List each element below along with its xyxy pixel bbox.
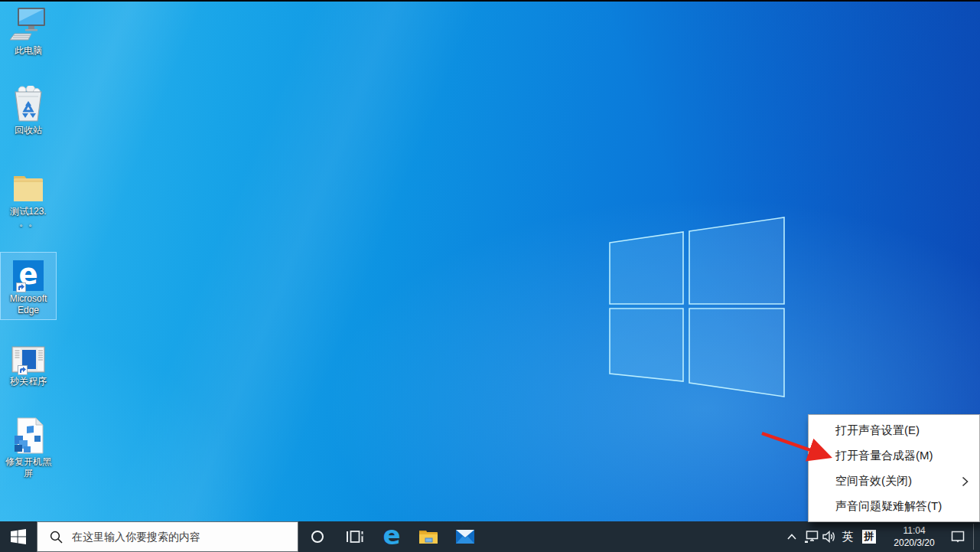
recycle-bin-icon: [11, 86, 45, 122]
shortcut-arrow-icon: [16, 283, 26, 292]
network-tray-button[interactable]: [802, 521, 820, 552]
clock-date: 2020/3/20: [882, 537, 946, 549]
desktop-icon-label-line2: Edge: [18, 305, 39, 316]
mail-icon: [455, 529, 475, 544]
desktop-icon-label: 此电脑: [15, 45, 42, 57]
desktop-icon-quick-close-program[interactable]: 秒关程序: [1, 337, 56, 387]
clock-time: 11:04: [882, 524, 946, 537]
chevron-up-icon: [787, 534, 796, 540]
volume-context-menu: 打开声音设置(E) 打开音量合成器(M) 空间音效(关闭) 声音问题疑难解答(T…: [808, 414, 980, 522]
windows-start-icon: [11, 529, 26, 544]
registry-file-icon: [11, 417, 45, 454]
app-window-icon: [11, 346, 45, 374]
folder-icon: [11, 171, 46, 204]
action-center-button[interactable]: [944, 521, 972, 552]
desktop-icon-label-line2: 。。: [19, 217, 37, 229]
menu-item-open-volume-mixer[interactable]: 打开音量合成器(M): [809, 443, 979, 469]
network-icon: [804, 531, 819, 544]
speaker-icon: [822, 531, 836, 543]
desktop-icon-label-line2: 屏: [24, 468, 33, 479]
taskbar: e: [0, 521, 980, 552]
taskbar-search[interactable]: [37, 521, 298, 552]
action-center-icon: [951, 531, 965, 544]
desktop-icon-label: 秒关程序: [10, 376, 47, 387]
mail-button[interactable]: [447, 521, 483, 552]
desktop: 此电脑 回收站: [0, 0, 980, 552]
desktop-icon-label: 测试123.: [10, 206, 46, 217]
file-explorer-button[interactable]: [410, 521, 447, 552]
edge-taskbar-button[interactable]: e: [373, 521, 410, 552]
menu-item-spatial-sound[interactable]: 空间音效(关闭): [809, 469, 979, 494]
desktop-icon-label: Microsoft: [10, 293, 47, 305]
task-view-button[interactable]: [337, 521, 373, 552]
desktop-icon-test-folder[interactable]: 测试123. 。。: [1, 167, 56, 229]
ime-pinyin-badge: 拼: [862, 530, 876, 544]
menu-item-troubleshoot-sound[interactable]: 声音问题疑难解答(T): [809, 494, 979, 519]
ime-mode-button[interactable]: 英: [838, 521, 857, 552]
windows-wallpaper-logo: [604, 213, 788, 400]
desktop-icon-fix-boot-black-screen[interactable]: 修复开机黑 屏: [1, 417, 56, 479]
ime-mode-label: 英: [842, 530, 854, 544]
this-pc-icon: [8, 6, 48, 43]
desktop-icon-label: 回收站: [15, 125, 42, 136]
submenu-chevron-icon: [962, 476, 969, 487]
menu-item-open-sound-settings[interactable]: 打开声音设置(E): [809, 418, 979, 443]
task-view-icon: [346, 528, 364, 545]
show-desktop-button[interactable]: [974, 521, 980, 552]
edge-icon: e: [383, 524, 400, 547]
cortana-button[interactable]: [298, 521, 337, 552]
ime-badge-button[interactable]: 拼: [860, 521, 878, 552]
top-edge-artifact: [0, 0, 980, 2]
file-explorer-icon: [418, 528, 438, 545]
search-icon: [50, 531, 63, 544]
desktop-icon-recycle-bin[interactable]: 回收站: [1, 86, 56, 136]
cortana-icon: [311, 531, 324, 543]
taskbar-clock[interactable]: 11:04 2020/3/20: [882, 521, 946, 552]
desktop-icon-this-pc[interactable]: 此电脑: [1, 6, 56, 57]
start-button[interactable]: [0, 521, 37, 552]
tray-overflow-button[interactable]: [783, 521, 800, 552]
shortcut-arrow-icon: [18, 365, 28, 375]
search-input[interactable]: [70, 530, 288, 544]
desktop-icon-microsoft-edge[interactable]: e Microsoft Edge: [1, 253, 56, 319]
desktop-icon-label: 修复开机黑: [5, 456, 51, 468]
volume-tray-button[interactable]: [820, 521, 838, 552]
